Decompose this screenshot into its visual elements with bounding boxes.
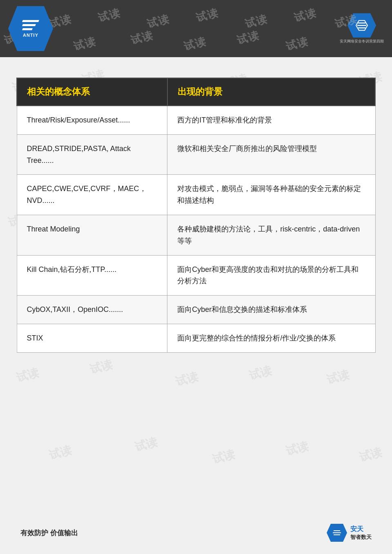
header-watermarks: 试读 试读 试读 试读 试读 试读 试读 试读 试读 试读 试读 试读 试读 xyxy=(0,0,392,57)
bwm31: 试读 xyxy=(358,444,384,465)
bwm30: 试读 xyxy=(284,438,310,459)
table-cell-right-0: 西方的IT管理和标准化的背景 xyxy=(167,106,375,134)
bwm28: 试读 xyxy=(133,434,159,455)
wm9: 试读 xyxy=(72,34,98,53)
header-right-logo-shape xyxy=(347,13,376,38)
col2-header: 出现的背景 xyxy=(167,78,375,106)
wm10: 试读 xyxy=(129,28,155,47)
table-cell-left-3: Threat Modeling xyxy=(17,215,167,255)
table-cell-left-4: Kill Chain,钻石分析,TTP...... xyxy=(17,255,167,296)
header-logo-svg xyxy=(354,18,370,32)
footer-logo-svg xyxy=(331,528,343,538)
table-row: CAPEC,CWE,CVE,CVRF，MAEC，NVD......对攻击模式，脆… xyxy=(17,175,375,215)
table-row: Threat/Risk/Exposure/Asset......西方的IT管理和… xyxy=(17,106,375,134)
table-row: CybOX,TAXII，OpenIOC.......面向Cyber和信息交换的描… xyxy=(17,296,375,324)
footer-left-text: 有效防护 价值输出 xyxy=(20,528,78,538)
table-cell-right-6: 面向更完整的综合性的情报分析/作业/交换的体系 xyxy=(167,324,375,352)
footer-brand-text: 智者数天 xyxy=(350,534,372,541)
footer-logo-shape xyxy=(327,524,347,542)
table-cell-left-5: CybOX,TAXII，OpenIOC....... xyxy=(17,296,167,324)
concept-table: 相关的概念体系 出现的背景 Threat/Risk/Exposure/Asset… xyxy=(16,78,376,353)
logo-stripe-2 xyxy=(22,24,36,26)
wm3: 试读 xyxy=(145,11,171,31)
logo-stripes xyxy=(22,20,39,30)
wm5: 试读 xyxy=(243,11,269,31)
main-content: 相关的概念体系 出现的背景 Threat/Risk/Exposure/Asset… xyxy=(16,78,376,353)
header-right-subtext: 安天网络安全冬训营第四期 xyxy=(340,39,384,44)
table-cell-left-6: STIX xyxy=(17,324,167,352)
footer: 有效防护 价值输出 安天 智者数天 xyxy=(0,524,392,542)
bwm27: 试读 xyxy=(47,442,74,463)
bwm29: 试读 xyxy=(211,446,237,467)
table-cell-left-0: Threat/Risk/Exposure/Asset...... xyxy=(17,106,167,134)
logo-stripe-1 xyxy=(22,20,39,22)
wm13: 试读 xyxy=(284,34,310,53)
header: ANTIY 试读 试读 试读 试读 试读 试读 试读 试读 试读 试读 试读 试… xyxy=(0,0,392,57)
footer-brand-container: 安天 智者数天 xyxy=(350,525,372,541)
bwm23: 试读 xyxy=(88,356,114,377)
wm11: 试读 xyxy=(182,34,208,53)
logo-stripe-3 xyxy=(22,28,33,30)
table-cell-right-1: 微软和相关安全厂商所推出的风险管理模型 xyxy=(167,134,375,175)
bwm22: 试读 xyxy=(15,365,41,385)
table-header-row: 相关的概念体系 出现的背景 xyxy=(17,78,375,106)
footer-right: 安天 智者数天 xyxy=(327,524,372,542)
table-cell-right-5: 面向Cyber和信息交换的描述和标准体系 xyxy=(167,296,375,324)
footer-logo-text: 安天 xyxy=(350,525,363,534)
table-cell-right-3: 各种威胁建模的方法论，工具，risk-centric，data-driven等等 xyxy=(167,215,375,255)
logo: ANTIY xyxy=(8,6,53,51)
table-row: STIX面向更完整的综合性的情报分析/作业/交换的体系 xyxy=(17,324,375,352)
wm12: 试读 xyxy=(235,28,261,47)
table-cell-right-4: 面向Cyber和更高强度的攻击和对抗的场景的分析工具和分析方法 xyxy=(167,255,375,296)
table-row: Threat Modeling各种威胁建模的方法论，工具，risk-centri… xyxy=(17,215,375,255)
table-cell-left-2: CAPEC,CWE,CVE,CVRF，MAEC，NVD...... xyxy=(17,175,167,215)
logo-text: ANTIY xyxy=(23,33,38,38)
header-right-logo: 安天网络安全冬训营第四期 xyxy=(340,13,384,44)
table-cell-left-1: DREAD,STRIDE,PASTA, Attack Tree...... xyxy=(17,134,167,175)
bwm26: 试读 xyxy=(325,367,351,387)
table-body: Threat/Risk/Exposure/Asset......西方的IT管理和… xyxy=(17,106,375,352)
table-cell-right-2: 对攻击模式，脆弱点，漏洞等各种基础的安全元素的标定和描述结构 xyxy=(167,175,375,215)
wm6: 试读 xyxy=(292,5,318,25)
wm2: 试读 xyxy=(96,5,122,25)
table-row: Kill Chain,钻石分析,TTP......面向Cyber和更高强度的攻击… xyxy=(17,255,375,296)
col1-header: 相关的概念体系 xyxy=(17,78,167,106)
wm4: 试读 xyxy=(194,5,220,25)
table-row: DREAD,STRIDE,PASTA, Attack Tree......微软和… xyxy=(17,134,375,175)
bwm25: 试读 xyxy=(247,363,274,383)
bwm24: 试读 xyxy=(174,369,200,389)
